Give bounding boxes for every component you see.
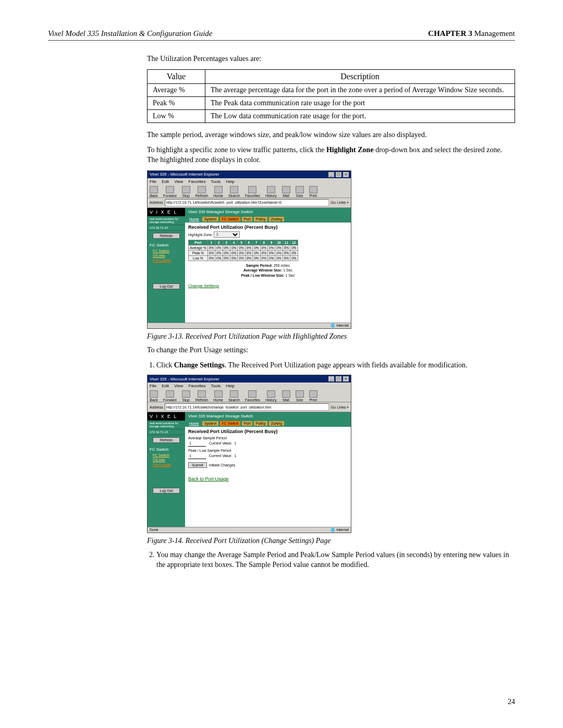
- cell: 0%: [290, 245, 298, 250]
- refresh-button[interactable]: Refresh: [153, 233, 180, 239]
- change-settings-term: Change Settings: [174, 361, 225, 369]
- toolbar-label: Favorites: [245, 194, 260, 198]
- menu-help[interactable]: Help: [226, 384, 235, 388]
- address-input[interactable]: [165, 403, 329, 411]
- toolbar-forward[interactable]: Forward: [163, 390, 177, 402]
- logout-button[interactable]: Log Out: [153, 488, 180, 493]
- toolbar-favorites[interactable]: Favorites: [245, 390, 260, 402]
- address-bar: Address Go Links »: [148, 402, 351, 412]
- sidebar-link-port-usage[interactable]: Port Usage: [148, 462, 185, 467]
- toolbar-refresh[interactable]: Refresh: [195, 186, 209, 198]
- toolbar-stop[interactable]: Stop: [182, 186, 190, 198]
- toolbar-size[interactable]: Size: [296, 390, 304, 402]
- menu-file[interactable]: File: [150, 384, 156, 388]
- toolbar-history[interactable]: History: [265, 186, 277, 198]
- toolbar-home[interactable]: Home: [213, 390, 223, 402]
- go-button[interactable]: Go: [331, 201, 335, 204]
- maximize-button[interactable]: □: [336, 376, 341, 381]
- toolbar-label: Print: [309, 398, 316, 402]
- favorites-icon: [248, 186, 256, 193]
- go-button[interactable]: Go: [331, 405, 335, 409]
- toolbar-history[interactable]: History: [265, 390, 277, 402]
- peak-low-input[interactable]: [188, 452, 206, 459]
- tab-port[interactable]: Port: [242, 217, 253, 221]
- close-button[interactable]: ×: [343, 376, 349, 381]
- logout-button[interactable]: Log Out: [153, 283, 180, 289]
- col-port: Port: [189, 240, 208, 245]
- menu-edit[interactable]: Edit: [162, 384, 169, 388]
- menu-favorites[interactable]: Favorites: [189, 179, 206, 184]
- menu-file[interactable]: File: [150, 179, 156, 184]
- minimize-button[interactable]: _: [328, 376, 334, 381]
- tab-zoning[interactable]: Zoning: [269, 421, 284, 426]
- tab-home[interactable]: Home: [187, 217, 201, 221]
- stop-icon: [182, 186, 190, 193]
- cell: 0%: [238, 245, 245, 250]
- home-icon: [214, 186, 223, 193]
- address-input[interactable]: [165, 199, 329, 206]
- sidebar-link-os-info[interactable]: OS Info: [148, 253, 185, 258]
- menu-tools[interactable]: Tools: [211, 384, 221, 388]
- tab-policy[interactable]: Policy: [254, 421, 268, 426]
- table-row: Average % The average percentage data fo…: [148, 83, 515, 96]
- menu-bar[interactable]: File Edit View Favorites Tools Help: [148, 382, 351, 389]
- cell: 0%: [245, 255, 252, 261]
- cell: 0%: [230, 250, 237, 255]
- tab-home[interactable]: Home: [187, 421, 201, 426]
- toolbar-back[interactable]: Back: [150, 390, 158, 402]
- toolbar-favorites[interactable]: Favorites: [245, 186, 260, 198]
- toolbar-label: Size: [296, 194, 303, 198]
- toolbar-forward[interactable]: Forward: [163, 186, 177, 198]
- highlight-zone-select[interactable]: 1: [214, 231, 240, 238]
- table-row: Average %0%0%0%0%0%0%0%0%0%0%0%0%: [189, 245, 298, 250]
- change-settings-link[interactable]: Change Settings: [188, 283, 219, 288]
- sidebar-link-fc-switch[interactable]: FC Switch: [148, 249, 185, 253]
- links-button[interactable]: Links »: [337, 201, 349, 204]
- menu-edit[interactable]: Edit: [162, 179, 169, 184]
- port-h: 7: [253, 240, 260, 245]
- toolbar-back[interactable]: Back: [150, 186, 158, 198]
- tab-system[interactable]: System: [202, 421, 218, 426]
- tab-policy[interactable]: Policy: [254, 217, 268, 221]
- toolbar-stop[interactable]: Stop: [182, 390, 190, 402]
- links-button[interactable]: Links »: [337, 405, 349, 409]
- tab-system[interactable]: System: [202, 217, 218, 221]
- sidebar-link-os-info[interactable]: OS Info: [148, 458, 185, 462]
- tab-zoning[interactable]: Zoning: [269, 217, 284, 221]
- tab-port[interactable]: Port: [242, 421, 253, 426]
- toolbar-mail[interactable]: Mail: [282, 390, 290, 402]
- sidebar-link-fc-switch[interactable]: FC Switch: [148, 453, 185, 458]
- sidebar-link-port-usage[interactable]: Port Usage: [148, 258, 185, 263]
- cell: 0%: [238, 250, 245, 255]
- history-icon: [267, 186, 275, 193]
- submit-button[interactable]: Submit: [188, 462, 207, 468]
- toolbar-print[interactable]: Print: [309, 390, 317, 402]
- ip-address: 172.16.71.14: [148, 225, 185, 231]
- menu-help[interactable]: Help: [226, 179, 235, 184]
- cell: 0%: [223, 250, 230, 255]
- menu-tools[interactable]: Tools: [211, 179, 221, 184]
- avg-sample-input[interactable]: [188, 440, 206, 447]
- toolbar-home[interactable]: Home: [213, 186, 223, 198]
- toolbar-mail[interactable]: Mail: [282, 186, 290, 198]
- menu-view[interactable]: View: [174, 179, 183, 184]
- cell: 0%: [290, 255, 298, 261]
- menu-view[interactable]: View: [174, 384, 183, 388]
- close-button[interactable]: ×: [343, 172, 349, 177]
- table-row: Low %0%0%0%0%0%0%0%0%0%0%0%0%: [189, 255, 298, 261]
- maximize-button[interactable]: □: [336, 172, 341, 177]
- toolbar-size[interactable]: Size: [296, 186, 304, 198]
- toolbar-print[interactable]: Print: [309, 186, 317, 198]
- menu-favorites[interactable]: Favorites: [189, 384, 206, 388]
- figure-3-13-caption: Figure 3-13. Received Port Utilization P…: [147, 332, 515, 342]
- toolbar-refresh[interactable]: Refresh: [195, 390, 209, 402]
- refresh-button[interactable]: Refresh: [153, 437, 180, 443]
- toolbar-search[interactable]: Search: [228, 390, 240, 402]
- back-to-port-usage-link[interactable]: Back to Port Usage: [188, 476, 229, 482]
- tab-fc-switch[interactable]: FC Switch: [220, 421, 241, 426]
- tab-fc-switch[interactable]: FC Switch: [220, 217, 241, 221]
- toolbar-search[interactable]: Search: [228, 186, 240, 198]
- minimize-button[interactable]: _: [328, 172, 334, 177]
- cell: 0%: [215, 255, 223, 261]
- menu-bar[interactable]: File Edit View Favorites Tools Help: [148, 178, 351, 185]
